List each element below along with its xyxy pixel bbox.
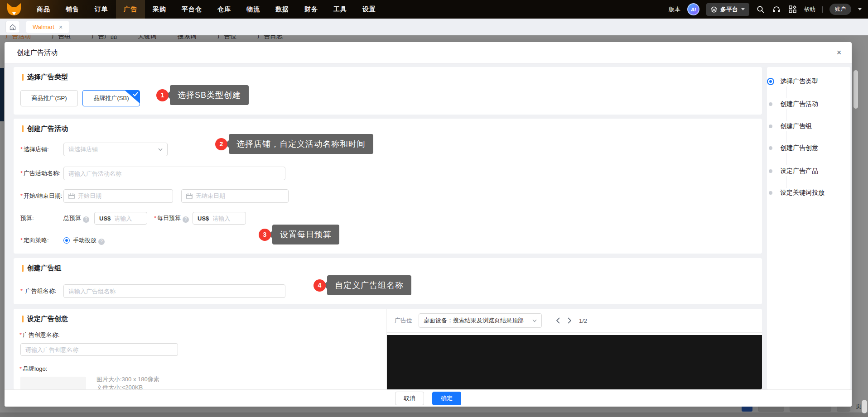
callout-tooltip: 自定义广告组名称 (327, 275, 411, 295)
nav-item-logistics[interactable]: 物流 (239, 0, 268, 19)
section-creative: 设定广告创意 *广告创意名称: *品牌logo: 图片大小:300 x 180像… (14, 309, 762, 389)
callout-badge: 1 (156, 89, 169, 101)
ad-type-sb-button[interactable]: 品牌推广(SB) (82, 90, 140, 106)
step-label: 创建广告活动 (780, 100, 818, 108)
group-name-input[interactable] (68, 288, 280, 295)
ai-assistant-button[interactable]: AI (687, 3, 699, 15)
home-tab-button[interactable] (5, 21, 20, 33)
step-label: 选择广告类型 (780, 77, 818, 86)
end-date-input[interactable]: 无结束日期 (181, 189, 289, 203)
next-placement-button[interactable] (564, 315, 575, 326)
creative-preview-pane: 广告位 桌面设备：搜索结果及浏览页结果顶部 1/2 (386, 309, 762, 389)
ad-type-sp-button[interactable]: 商品推广(SP) (20, 90, 78, 106)
nav-item-warehouse[interactable]: 仓库 (210, 0, 239, 19)
nav-item-orders[interactable]: 订单 (87, 0, 116, 19)
ad-preview-canvas (387, 335, 762, 389)
step-connector (786, 86, 786, 98)
creative-name-label: *广告创意名称: (19, 328, 60, 342)
nav-item-sales[interactable]: 销售 (58, 0, 87, 19)
placement-select[interactable]: 桌面设备：搜索结果及浏览页结果顶部 (419, 313, 542, 328)
tab-walmart[interactable]: Walmart × (26, 21, 69, 33)
store-label-text: 选择店铺: (24, 146, 49, 153)
step-create-ad-group[interactable]: 创建广告组 (767, 122, 812, 130)
daily-budget-input[interactable] (212, 215, 240, 222)
total-budget-label: 总预算? (63, 211, 91, 225)
step-dot (769, 191, 772, 195)
currency-prefix: US$ (198, 215, 209, 222)
brand-logo-label: *品牌logo: (19, 362, 47, 376)
store-select-placeholder: 请选择店铺 (68, 145, 158, 153)
nav-item-settings[interactable]: 设置 (355, 0, 384, 19)
step-create-creative[interactable]: 创建广告创意 (767, 144, 818, 152)
step-select-ad-type[interactable]: 选择广告类型 (767, 77, 818, 86)
step-connector (786, 109, 786, 121)
help-icon[interactable]: ? (183, 216, 189, 223)
store-select[interactable]: 请选择店铺 (63, 143, 168, 156)
cancel-button[interactable]: 取消 (395, 392, 424, 405)
headset-icon[interactable] (772, 5, 781, 14)
callout-badge: 2 (215, 138, 227, 150)
step-create-campaign[interactable]: 创建广告活动 (767, 100, 818, 108)
step-label: 设定关键词投放 (780, 189, 825, 197)
required-mark: * (20, 170, 23, 177)
platform-switcher-button[interactable]: 多平台 (706, 3, 749, 16)
daily-budget-text: 每日预算 (157, 215, 181, 221)
creative-name-label-text: 广告创意名称: (23, 331, 60, 338)
nav-item-platform-warehouse[interactable]: 平台仓 (174, 0, 210, 19)
close-icon[interactable]: × (59, 24, 63, 31)
layers-icon (711, 6, 717, 13)
required-mark: * (20, 288, 23, 294)
date-label-text: 开始/结束日期: (24, 192, 62, 199)
required-mark: * (20, 146, 23, 153)
nav-item-finance[interactable]: 财务 (297, 0, 326, 19)
prev-placement-button[interactable] (552, 315, 564, 326)
total-budget-text: 总预算 (63, 215, 81, 221)
required-mark: * (19, 331, 22, 338)
step-set-keywords[interactable]: 设定关键词投放 (767, 189, 825, 197)
callout-4: 4 自定义广告组名称 (313, 275, 411, 295)
required-mark: * (154, 215, 156, 221)
brand-logo-label-text: 品牌logo: (23, 365, 47, 372)
steps-panel: 选择广告类型 创建广告活动 创建广告组 创建广告创意 设定广告产品 (767, 67, 850, 389)
nav-item-data[interactable]: 数据 (268, 0, 297, 19)
calendar-icon (68, 193, 75, 199)
section-title: 选择广告类型 (22, 73, 68, 81)
confirm-button[interactable]: 确定 (432, 392, 461, 405)
account-button[interactable]: 账户 (829, 4, 851, 15)
creative-name-input-wrap (20, 343, 178, 356)
radio-manual-targeting[interactable] (63, 237, 70, 244)
creative-name-input[interactable] (25, 346, 173, 353)
modal-title: 创建广告活动 (17, 48, 58, 57)
required-mark: * (20, 237, 23, 244)
budget-label-text: 预算: (20, 215, 34, 221)
required-mark: * (19, 365, 22, 372)
nav-item-purchase[interactable]: 采购 (145, 0, 174, 19)
section-campaign: 创建广告活动 *选择店铺: 请选择店铺 2 选择店铺，自定义活动名称和时间 *广… (14, 119, 762, 254)
step-set-products[interactable]: 设定广告产品 (767, 167, 818, 175)
nav-item-tools[interactable]: 工具 (326, 0, 355, 19)
logo-size-hint: 图片大小:300 x 180像素 (96, 375, 159, 383)
version-link[interactable]: 版本 (669, 5, 680, 14)
nav-item-ads[interactable]: 广告 (116, 0, 145, 19)
logo-upload-box[interactable] (20, 377, 86, 389)
search-icon[interactable] (756, 5, 765, 14)
sp-label: 商品推广(SP) (32, 94, 67, 102)
help-link[interactable]: 帮助 (804, 5, 815, 14)
start-date-input[interactable]: 开始日期 (63, 189, 173, 203)
modal-footer: 取消 确定 (5, 389, 852, 407)
help-icon[interactable]: ? (98, 239, 105, 245)
nav-item-products[interactable]: 商品 (29, 0, 58, 19)
step-label: 设定广告产品 (780, 167, 818, 175)
help-icon[interactable]: ? (83, 216, 89, 223)
section-ad-group: 创建广告组 * 广告组名称: 4 自定义广告组名称 (14, 258, 762, 304)
scrollbar-thumb (862, 400, 867, 413)
group-name-label-text: 广告组名称: (25, 288, 57, 294)
app-grid-icon[interactable] (788, 5, 797, 14)
group-name-label: * 广告组名称: (20, 284, 56, 298)
section-title: 创建广告活动 (22, 125, 68, 133)
campaign-name-input[interactable] (68, 170, 280, 177)
store-label: *选择店铺: (20, 143, 49, 156)
main-menu: 商品 销售 订单 广告 采购 平台仓 仓库 物流 数据 财务 工具 设置 (29, 0, 384, 19)
close-icon[interactable]: × (834, 48, 844, 58)
total-budget-input[interactable] (114, 215, 141, 222)
